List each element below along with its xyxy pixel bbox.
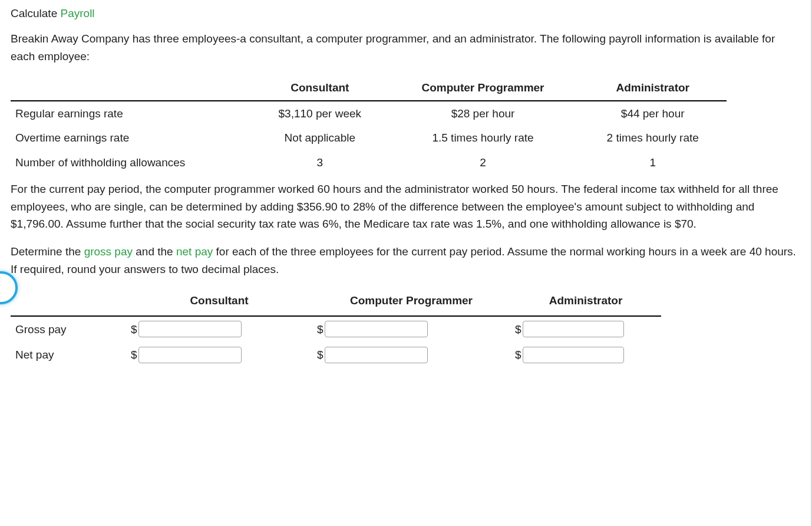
instruction-keyword-gross: gross pay xyxy=(84,245,133,258)
gross-pay-administrator-input[interactable] xyxy=(523,321,624,337)
answer-header-consultant: Consultant xyxy=(126,288,312,315)
instruction-text: Determine the xyxy=(11,245,84,258)
currency-symbol: $ xyxy=(131,321,137,338)
net-pay-programmer-input[interactable] xyxy=(325,347,428,363)
question-container: Calculate Payroll Breakin Away Company h… xyxy=(0,0,812,526)
question-title: Calculate Payroll xyxy=(11,5,800,22)
net-pay-administrator-input[interactable] xyxy=(523,347,624,363)
info-label: Overtime earnings rate xyxy=(11,126,253,150)
answer-table: Consultant Computer Programmer Administr… xyxy=(11,288,661,367)
info-cell: $28 per hour xyxy=(387,101,579,126)
intro-paragraph: Breakin Away Company has three employees… xyxy=(11,30,800,65)
info-header-blank xyxy=(11,75,253,100)
info-cell: Not applicable xyxy=(253,126,387,150)
instruction-text: and the xyxy=(133,245,176,258)
instruction-keyword-net: net pay xyxy=(176,245,213,258)
money-cell: $ xyxy=(515,346,624,363)
info-cell: 1 xyxy=(579,150,727,175)
currency-symbol: $ xyxy=(515,346,521,363)
info-cell: $44 per hour xyxy=(579,101,727,126)
info-header-consultant: Consultant xyxy=(253,75,387,100)
title-keyword: Payroll xyxy=(61,7,95,19)
answer-header-programmer: Computer Programmer xyxy=(312,288,510,315)
info-label: Number of withholding allowances xyxy=(11,150,253,175)
money-cell: $ xyxy=(515,321,624,338)
info-cell: 3 xyxy=(253,150,387,175)
info-row-overtime-earnings: Overtime earnings rate Not applicable 1.… xyxy=(11,126,727,150)
currency-symbol: $ xyxy=(131,346,137,363)
info-header-administrator: Administrator xyxy=(579,75,727,100)
answer-row-gross-pay: Gross pay $ $ $ xyxy=(11,316,661,342)
answer-header-administrator: Administrator xyxy=(510,288,661,315)
info-row-withholding-allowances: Number of withholding allowances 3 2 1 xyxy=(11,150,727,175)
money-cell: $ xyxy=(317,321,428,338)
info-row-regular-earnings: Regular earnings rate $3,110 per week $2… xyxy=(11,101,727,126)
answer-row-net-pay: Net pay $ $ $ xyxy=(11,342,661,367)
currency-symbol: $ xyxy=(515,321,521,338)
title-prefix: Calculate xyxy=(11,7,61,19)
info-header-programmer: Computer Programmer xyxy=(387,75,579,100)
money-cell: $ xyxy=(317,346,428,363)
info-label: Regular earnings rate xyxy=(11,101,253,126)
payroll-info-table: Consultant Computer Programmer Administr… xyxy=(11,75,727,175)
gross-pay-programmer-input[interactable] xyxy=(325,321,428,337)
info-cell: 2 times hourly rate xyxy=(579,126,727,150)
info-cell: 2 xyxy=(387,150,579,175)
details-paragraph: For the current pay period, the computer… xyxy=(11,180,800,232)
currency-symbol: $ xyxy=(317,346,324,363)
answer-header-blank xyxy=(11,288,126,315)
info-cell: 1.5 times hourly rate xyxy=(387,126,579,150)
money-cell: $ xyxy=(131,321,242,338)
answer-label: Gross pay xyxy=(11,316,126,342)
gross-pay-consultant-input[interactable] xyxy=(138,321,242,337)
instruction-paragraph: Determine the gross pay and the net pay … xyxy=(11,243,800,278)
money-cell: $ xyxy=(131,346,242,363)
net-pay-consultant-input[interactable] xyxy=(138,347,242,363)
answer-label: Net pay xyxy=(11,342,126,367)
currency-symbol: $ xyxy=(317,321,324,338)
info-cell: $3,110 per week xyxy=(253,101,387,126)
